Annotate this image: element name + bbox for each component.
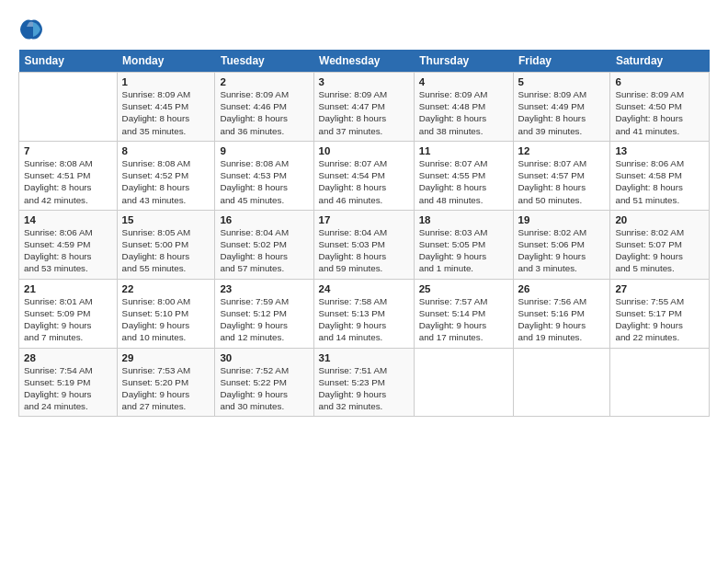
day-cell: 12Sunrise: 8:07 AMSunset: 4:57 PMDayligh…: [513, 141, 610, 210]
day-number: 8: [122, 145, 210, 156]
col-header-saturday: Saturday: [610, 50, 710, 73]
header: [18, 17, 710, 42]
day-info: Sunrise: 8:00 AMSunset: 5:10 PMDaylight:…: [122, 295, 210, 344]
col-header-thursday: Thursday: [414, 50, 513, 73]
day-info: Sunrise: 8:07 AMSunset: 4:57 PMDaylight:…: [518, 157, 606, 206]
day-info: Sunrise: 8:02 AMSunset: 5:07 PMDaylight:…: [615, 226, 704, 275]
day-cell: 1Sunrise: 8:09 AMSunset: 4:45 PMDaylight…: [117, 73, 215, 142]
day-cell: 20Sunrise: 8:02 AMSunset: 5:07 PMDayligh…: [610, 210, 710, 279]
day-info: Sunrise: 8:02 AMSunset: 5:06 PMDaylight:…: [518, 226, 606, 275]
week-row-4: 28Sunrise: 7:54 AMSunset: 5:19 PMDayligh…: [19, 348, 710, 417]
day-cell: [513, 348, 610, 417]
day-number: 14: [24, 214, 112, 225]
day-number: 11: [419, 145, 508, 156]
day-cell: 18Sunrise: 8:03 AMSunset: 5:05 PMDayligh…: [414, 210, 513, 279]
day-cell: 26Sunrise: 7:56 AMSunset: 5:16 PMDayligh…: [513, 279, 610, 348]
day-info: Sunrise: 8:08 AMSunset: 4:53 PMDaylight:…: [220, 157, 308, 206]
day-cell: 13Sunrise: 8:06 AMSunset: 4:58 PMDayligh…: [610, 141, 710, 210]
day-cell: 19Sunrise: 8:02 AMSunset: 5:06 PMDayligh…: [513, 210, 610, 279]
day-cell: 30Sunrise: 7:52 AMSunset: 5:22 PMDayligh…: [215, 348, 313, 417]
day-number: 4: [419, 76, 508, 87]
col-header-wednesday: Wednesday: [313, 50, 414, 73]
day-info: Sunrise: 7:58 AMSunset: 5:13 PMDaylight:…: [319, 295, 409, 344]
day-number: 7: [24, 145, 112, 156]
day-number: 31: [319, 352, 409, 363]
week-row-1: 7Sunrise: 8:08 AMSunset: 4:51 PMDaylight…: [19, 141, 710, 210]
header-row: SundayMondayTuesdayWednesdayThursdayFrid…: [19, 50, 710, 73]
week-row-0: 1Sunrise: 8:09 AMSunset: 4:45 PMDaylight…: [19, 73, 710, 142]
day-cell: 15Sunrise: 8:05 AMSunset: 5:00 PMDayligh…: [117, 210, 215, 279]
day-info: Sunrise: 8:08 AMSunset: 4:52 PMDaylight:…: [122, 157, 210, 206]
day-cell: 2Sunrise: 8:09 AMSunset: 4:46 PMDaylight…: [215, 73, 313, 142]
day-cell: 31Sunrise: 7:51 AMSunset: 5:23 PMDayligh…: [313, 348, 414, 417]
day-number: 23: [220, 283, 308, 294]
day-number: 13: [615, 145, 704, 156]
day-info: Sunrise: 8:07 AMSunset: 4:54 PMDaylight:…: [319, 157, 409, 206]
day-info: Sunrise: 8:09 AMSunset: 4:50 PMDaylight:…: [615, 88, 704, 137]
day-info: Sunrise: 8:03 AMSunset: 5:05 PMDaylight:…: [419, 226, 508, 275]
day-info: Sunrise: 8:04 AMSunset: 5:03 PMDaylight:…: [319, 226, 409, 275]
day-cell: 27Sunrise: 7:55 AMSunset: 5:17 PMDayligh…: [610, 279, 710, 348]
day-info: Sunrise: 8:07 AMSunset: 4:55 PMDaylight:…: [419, 157, 508, 206]
day-number: 28: [24, 352, 112, 363]
day-cell: 3Sunrise: 8:09 AMSunset: 4:47 PMDaylight…: [313, 73, 414, 142]
day-info: Sunrise: 8:09 AMSunset: 4:48 PMDaylight:…: [419, 88, 508, 137]
day-number: 25: [419, 283, 508, 294]
day-cell: 29Sunrise: 7:53 AMSunset: 5:20 PMDayligh…: [117, 348, 215, 417]
day-info: Sunrise: 8:01 AMSunset: 5:09 PMDaylight:…: [24, 295, 112, 344]
day-number: 5: [518, 76, 606, 87]
day-info: Sunrise: 7:51 AMSunset: 5:23 PMDaylight:…: [319, 364, 409, 413]
day-number: 20: [615, 214, 704, 225]
week-row-3: 21Sunrise: 8:01 AMSunset: 5:09 PMDayligh…: [19, 279, 710, 348]
day-number: 10: [319, 145, 409, 156]
day-number: 9: [220, 145, 308, 156]
day-cell: [414, 348, 513, 417]
day-cell: 17Sunrise: 8:04 AMSunset: 5:03 PMDayligh…: [313, 210, 414, 279]
day-cell: [610, 348, 710, 417]
day-info: Sunrise: 7:57 AMSunset: 5:14 PMDaylight:…: [419, 295, 508, 344]
day-number: 21: [24, 283, 112, 294]
day-cell: 16Sunrise: 8:04 AMSunset: 5:02 PMDayligh…: [215, 210, 313, 279]
day-info: Sunrise: 8:09 AMSunset: 4:45 PMDaylight:…: [122, 88, 210, 137]
day-info: Sunrise: 8:08 AMSunset: 4:51 PMDaylight:…: [24, 157, 112, 206]
day-cell: 9Sunrise: 8:08 AMSunset: 4:53 PMDaylight…: [215, 141, 313, 210]
day-cell: 5Sunrise: 8:09 AMSunset: 4:49 PMDaylight…: [513, 73, 610, 142]
day-info: Sunrise: 7:53 AMSunset: 5:20 PMDaylight:…: [122, 364, 210, 413]
day-number: 2: [220, 76, 308, 87]
day-cell: 25Sunrise: 7:57 AMSunset: 5:14 PMDayligh…: [414, 279, 513, 348]
day-number: 12: [518, 145, 606, 156]
day-cell: 8Sunrise: 8:08 AMSunset: 4:52 PMDaylight…: [117, 141, 215, 210]
logo: [18, 17, 48, 42]
day-cell: 22Sunrise: 8:00 AMSunset: 5:10 PMDayligh…: [117, 279, 215, 348]
day-info: Sunrise: 8:09 AMSunset: 4:49 PMDaylight:…: [518, 88, 606, 137]
day-cell: 24Sunrise: 7:58 AMSunset: 5:13 PMDayligh…: [313, 279, 414, 348]
day-cell: 14Sunrise: 8:06 AMSunset: 4:59 PMDayligh…: [19, 210, 118, 279]
day-number: 24: [319, 283, 409, 294]
day-number: 27: [615, 283, 704, 294]
day-number: 30: [220, 352, 308, 363]
day-number: 16: [220, 214, 308, 225]
day-info: Sunrise: 7:56 AMSunset: 5:16 PMDaylight:…: [518, 295, 606, 344]
day-cell: 11Sunrise: 8:07 AMSunset: 4:55 PMDayligh…: [414, 141, 513, 210]
col-header-sunday: Sunday: [19, 50, 118, 73]
day-number: 3: [319, 76, 409, 87]
day-number: 1: [122, 76, 210, 87]
page: SundayMondayTuesdayWednesdayThursdayFrid…: [0, 0, 728, 563]
day-info: Sunrise: 7:55 AMSunset: 5:17 PMDaylight:…: [615, 295, 704, 344]
col-header-friday: Friday: [513, 50, 610, 73]
day-number: 19: [518, 214, 606, 225]
day-info: Sunrise: 8:06 AMSunset: 4:58 PMDaylight:…: [615, 157, 704, 206]
logo-icon: [18, 17, 44, 42]
day-cell: 21Sunrise: 8:01 AMSunset: 5:09 PMDayligh…: [19, 279, 118, 348]
day-cell: 23Sunrise: 7:59 AMSunset: 5:12 PMDayligh…: [215, 279, 313, 348]
day-cell: 6Sunrise: 8:09 AMSunset: 4:50 PMDaylight…: [610, 73, 710, 142]
col-header-tuesday: Tuesday: [215, 50, 313, 73]
day-info: Sunrise: 8:05 AMSunset: 5:00 PMDaylight:…: [122, 226, 210, 275]
day-info: Sunrise: 7:59 AMSunset: 5:12 PMDaylight:…: [220, 295, 308, 344]
day-cell: 7Sunrise: 8:08 AMSunset: 4:51 PMDaylight…: [19, 141, 118, 210]
day-cell: [19, 73, 118, 142]
calendar-table: SundayMondayTuesdayWednesdayThursdayFrid…: [18, 50, 710, 417]
day-cell: 4Sunrise: 8:09 AMSunset: 4:48 PMDaylight…: [414, 73, 513, 142]
day-info: Sunrise: 8:09 AMSunset: 4:46 PMDaylight:…: [220, 88, 308, 137]
day-info: Sunrise: 8:09 AMSunset: 4:47 PMDaylight:…: [319, 88, 409, 137]
